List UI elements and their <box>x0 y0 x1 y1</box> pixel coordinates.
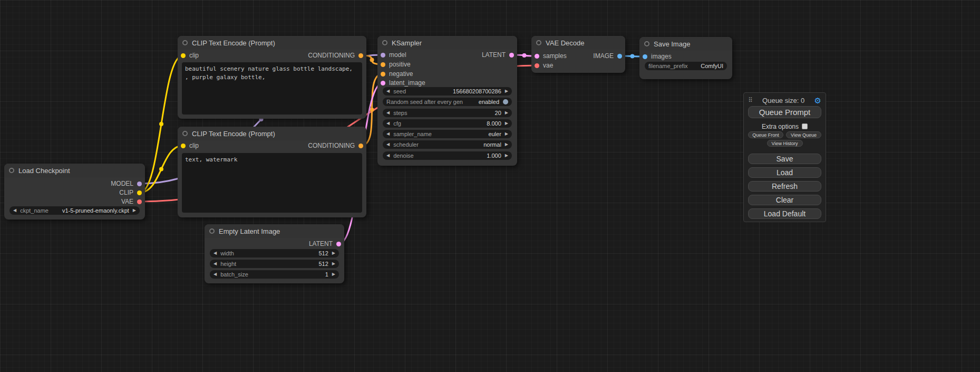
input-slot-dot[interactable] <box>381 72 385 77</box>
prompt-textarea[interactable]: beautiful scenery nature glass bottle la… <box>182 62 362 115</box>
input-slot-negative[interactable]: negative <box>381 70 413 78</box>
input-slot-model[interactable]: model <box>381 51 406 59</box>
view-history-button[interactable]: View History <box>767 140 803 147</box>
clear-button[interactable]: Clear <box>748 195 821 205</box>
decrement-arrow-icon[interactable]: ◀ <box>386 132 390 136</box>
widget-scheduler[interactable]: ◀schedulernormal▶ <box>383 140 512 149</box>
node-clip-text-encode-positive[interactable]: CLIP Text Encode (Prompt)clipCONDITIONIN… <box>178 36 366 119</box>
decrement-arrow-icon[interactable]: ◀ <box>13 208 16 213</box>
node-empty-latent-image[interactable]: Empty Latent ImageLATENT◀width512▶◀heigh… <box>205 224 344 283</box>
output-slot-dot[interactable] <box>358 144 363 148</box>
input-slot-dot[interactable] <box>381 81 385 85</box>
node-load-checkpoint[interactable]: Load CheckpointMODELCLIPVAE◀ckpt_namev1-… <box>4 164 145 220</box>
collapse-dot-icon[interactable] <box>9 168 14 173</box>
increment-arrow-icon[interactable]: ▶ <box>505 89 508 93</box>
decrement-arrow-icon[interactable]: ◀ <box>214 272 217 276</box>
widget-seed[interactable]: ◀seed156680208700286▶ <box>383 87 512 96</box>
output-slot-dot[interactable] <box>358 53 363 58</box>
widget-height[interactable]: ◀height512▶ <box>210 260 339 268</box>
output-slot-dot[interactable] <box>617 54 622 59</box>
input-slot-clip[interactable]: clip <box>181 141 199 150</box>
widget-batch-size[interactable]: ◀batch_size1▶ <box>210 270 339 279</box>
increment-arrow-icon[interactable]: ▶ <box>505 111 508 115</box>
output-slot-latent[interactable]: LATENT <box>309 240 341 248</box>
settings-gear-icon[interactable]: ⚙ <box>814 97 821 104</box>
toggle-knob-icon[interactable] <box>503 99 508 104</box>
output-slot-conditioning[interactable]: CONDITIONING <box>308 51 363 60</box>
node-vae-decode[interactable]: VAE DecodesamplesvaeIMAGE <box>531 36 625 73</box>
output-slot-dot[interactable] <box>137 182 142 186</box>
drag-handle-icon[interactable]: ⠿ <box>748 97 753 104</box>
node-title-bar[interactable]: CLIP Text Encode (Prompt) <box>178 36 366 50</box>
input-slot-dot[interactable] <box>643 54 647 59</box>
widget-filename-prefix[interactable]: filename_prefixComfyUI <box>645 62 727 70</box>
extra-options-checkbox[interactable] <box>802 123 808 129</box>
increment-arrow-icon[interactable]: ▶ <box>133 208 136 213</box>
input-slot-dot[interactable] <box>535 63 539 68</box>
input-slot-positive[interactable]: positive <box>381 60 411 69</box>
increment-arrow-icon[interactable]: ▶ <box>332 272 335 276</box>
output-slot-model[interactable]: MODEL <box>111 179 142 188</box>
collapse-dot-icon[interactable] <box>644 41 649 46</box>
output-slot-dot[interactable] <box>509 53 514 58</box>
collapse-dot-icon[interactable] <box>209 228 215 234</box>
collapse-dot-icon[interactable] <box>182 131 188 136</box>
node-save-image[interactable]: Save Imageimagesfilename_prefixComfyUI <box>639 37 732 79</box>
widget-ckpt-name[interactable]: ◀ckpt_namev1-5-pruned-emaonly.ckpt▶ <box>9 206 140 215</box>
input-slot-clip[interactable]: clip <box>181 51 199 60</box>
input-slot-dot[interactable] <box>381 53 385 58</box>
node-ksampler[interactable]: KSamplermodelpositivenegativelatent_imag… <box>377 36 517 166</box>
input-slot-dot[interactable] <box>535 54 539 59</box>
input-slot-latent-image[interactable]: latent_image <box>381 79 425 87</box>
decrement-arrow-icon[interactable]: ◀ <box>386 89 390 93</box>
output-slot-clip[interactable]: CLIP <box>119 188 142 197</box>
output-slot-conditioning[interactable]: CONDITIONING <box>308 141 363 150</box>
widget-sampler-name[interactable]: ◀sampler_nameeuler▶ <box>383 130 512 138</box>
node-clip-text-encode-negative[interactable]: CLIP Text Encode (Prompt)clipCONDITIONIN… <box>178 127 366 217</box>
node-title-bar[interactable]: KSampler <box>377 36 517 50</box>
save-button[interactable]: Save <box>748 154 821 164</box>
collapse-dot-icon[interactable] <box>382 40 387 45</box>
output-slot-dot[interactable] <box>137 190 142 195</box>
node-title-bar[interactable]: VAE Decode <box>531 36 625 50</box>
widget-width[interactable]: ◀width512▶ <box>210 249 339 257</box>
input-slot-dot[interactable] <box>181 144 186 148</box>
node-title-bar[interactable]: Load Checkpoint <box>4 164 145 177</box>
view-queue-button[interactable]: View Queue <box>786 131 821 138</box>
output-slot-dot[interactable] <box>336 242 341 246</box>
increment-arrow-icon[interactable]: ▶ <box>332 262 335 266</box>
input-slot-samples[interactable]: samples <box>535 52 567 60</box>
increment-arrow-icon[interactable]: ▶ <box>505 132 508 136</box>
refresh-button[interactable]: Refresh <box>748 181 821 192</box>
widget-cfg[interactable]: ◀cfg8.000▶ <box>383 119 512 128</box>
decrement-arrow-icon[interactable]: ◀ <box>386 111 390 115</box>
collapse-dot-icon[interactable] <box>536 40 541 45</box>
input-slot-dot[interactable] <box>181 53 186 58</box>
widget-denoise[interactable]: ◀denoise1.000▶ <box>383 151 512 160</box>
output-slot-dot[interactable] <box>137 199 142 204</box>
node-title-bar[interactable]: Save Image <box>639 37 732 51</box>
graph-canvas[interactable]: Load CheckpointMODELCLIPVAE◀ckpt_namev1-… <box>0 0 980 372</box>
output-slot-vae[interactable]: VAE <box>121 197 142 206</box>
decrement-arrow-icon[interactable]: ◀ <box>386 142 390 147</box>
increment-arrow-icon[interactable]: ▶ <box>505 154 508 158</box>
decrement-arrow-icon[interactable]: ◀ <box>386 121 390 126</box>
collapse-dot-icon[interactable] <box>182 40 188 45</box>
increment-arrow-icon[interactable]: ▶ <box>332 251 335 255</box>
queue-front-button[interactable]: Queue Front <box>748 131 783 138</box>
input-slot-vae[interactable]: vae <box>535 61 553 70</box>
load-button[interactable]: Load <box>748 167 821 178</box>
prompt-textarea[interactable]: text, watermark <box>182 153 362 213</box>
decrement-arrow-icon[interactable]: ◀ <box>214 251 217 255</box>
increment-arrow-icon[interactable]: ▶ <box>505 121 508 126</box>
widget-steps[interactable]: ◀steps20▶ <box>383 109 512 117</box>
output-slot-image[interactable]: IMAGE <box>593 52 622 60</box>
output-slot-latent[interactable]: LATENT <box>482 51 514 59</box>
node-title-bar[interactable]: Empty Latent Image <box>205 224 344 238</box>
decrement-arrow-icon[interactable]: ◀ <box>214 262 217 266</box>
queue-prompt-button[interactable]: Queue Prompt <box>748 106 821 118</box>
widget-random-seed-after-every-gen[interactable]: Random seed after every genenabled <box>383 98 512 106</box>
decrement-arrow-icon[interactable]: ◀ <box>386 154 390 158</box>
input-slot-dot[interactable] <box>381 62 385 67</box>
node-title-bar[interactable]: CLIP Text Encode (Prompt) <box>178 127 366 140</box>
